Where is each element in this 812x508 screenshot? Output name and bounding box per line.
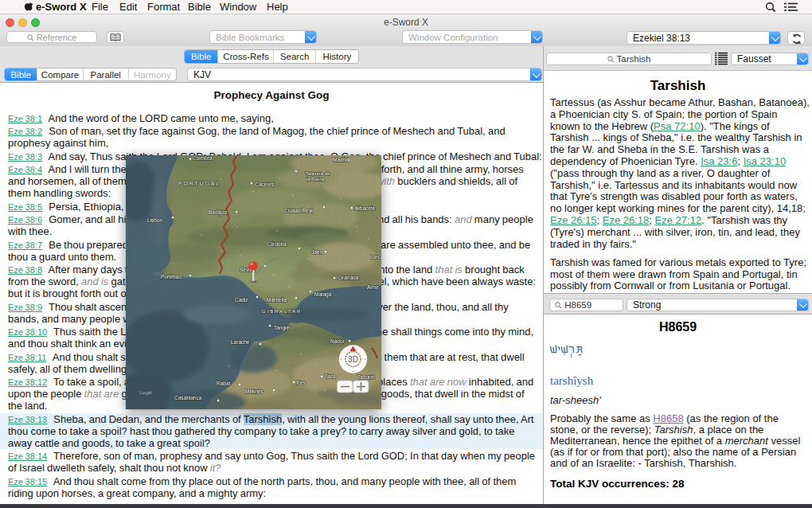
svg-text:GIBRALTAR: GIBRALTAR [262,308,302,314]
svg-text:Talavera de: Talavera de [305,171,330,176]
svg-text:Ciudad Real: Ciudad Real [284,208,313,213]
svg-text:Albacete: Albacete [355,205,376,211]
svg-text:Tangier: Tangier [274,325,291,331]
svg-text:Rabat: Rabat [217,381,231,386]
svg-text:Lorca: Lorca [370,254,381,260]
svg-text:Jaen: Jaen [311,249,322,255]
svg-text:Meknès: Meknès [245,389,264,394]
svg-text:Cadiz: Cadiz [235,297,248,303]
svg-text:Marbella: Marbella [267,297,287,303]
svg-text:PORTUGAL: PORTUGAL [178,181,221,186]
svg-text:Malaga: Malaga [314,291,332,298]
svg-text:Legal: Legal [140,390,152,395]
svg-text:Taza: Taza [325,373,336,379]
svg-text:Badajoz: Badajoz [209,209,228,216]
svg-text:Alme: Alme [367,284,379,290]
svg-text:la Reina: la Reina [306,177,325,182]
svg-text:3D: 3D [348,355,358,364]
svg-text:Larache: Larache [231,339,250,345]
svg-text:Casablanca: Casablanca [174,395,202,401]
svg-text:Portimao: Portimao [161,274,182,279]
svg-text:Taourirt: Taourirt [357,374,375,380]
svg-text:Coimbra: Coimbra [193,155,213,161]
svg-text:Lisbon: Lisbon [147,217,163,223]
svg-text:Granada: Granada [338,275,359,280]
svg-text:Nador: Nador [330,338,345,344]
svg-text:Madrid: Madrid [333,157,349,162]
svg-text:Caceres: Caceres [255,182,275,187]
svg-text:Córdoba: Córdoba [267,241,287,247]
svg-text:Fes: Fes [297,380,306,385]
